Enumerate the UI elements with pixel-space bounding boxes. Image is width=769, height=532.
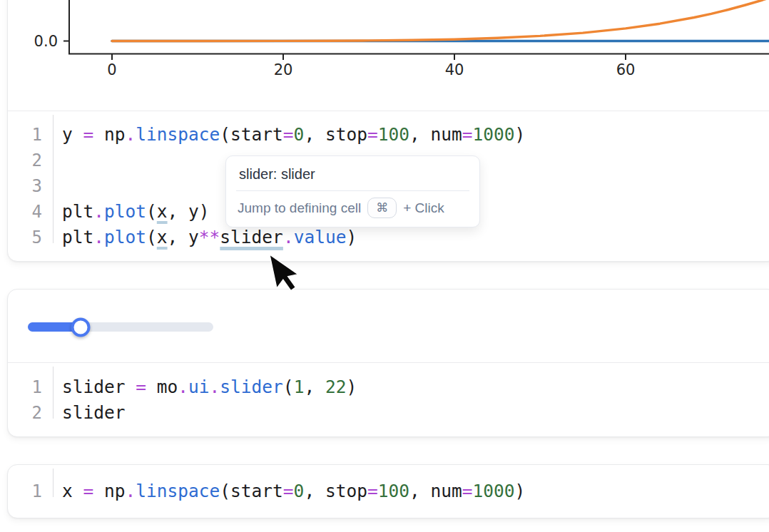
x-tick-label: 60 — [616, 61, 636, 78]
code-line[interactable]: 1y = np.linspace(start=0, stop=100, num=… — [8, 122, 769, 148]
code-text: plt.plot(x, y**slider.value) — [53, 225, 357, 250]
axis-spines — [69, 0, 769, 54]
line-number: 2 — [8, 400, 53, 426]
cell-output-slider — [8, 290, 769, 363]
code-text: slider — [53, 400, 126, 426]
code-text — [53, 173, 62, 199]
y-tick-label: 0.0 — [34, 33, 58, 50]
tooltip-divider — [236, 190, 469, 191]
slider-track[interactable] — [28, 322, 213, 332]
tooltip-title: slider: slider — [236, 164, 469, 190]
x-tick-label: 20 — [274, 61, 293, 78]
tooltip-click-hint: + Click — [403, 200, 444, 216]
x-tick-label: 40 — [445, 61, 464, 78]
matplotlib-figure: 0.00204060 — [7, 0, 769, 111]
code-editor[interactable]: 1slider = mo.ui.slider(1, 22)2slider — [8, 363, 769, 426]
plot-line — [112, 0, 769, 41]
variable-ref-hovered[interactable]: slider — [220, 227, 283, 247]
code-text: slider = mo.ui.slider(1, 22) — [53, 374, 357, 400]
line-number: 1 — [8, 374, 53, 400]
code-line[interactable]: 5plt.plot(x, y**slider.value) — [8, 225, 769, 250]
notebook-cell-slider: 1slider = mo.ui.slider(1, 22)2slider — [7, 289, 769, 437]
line-number: 3 — [8, 173, 53, 199]
code-text — [53, 148, 62, 173]
gutter-divider — [53, 469, 54, 497]
code-text: plt.plot(x, y) — [53, 199, 210, 225]
line-number: 2 — [8, 148, 53, 173]
code-text: x = np.linspace(start=0, stop=100, num=1… — [53, 479, 525, 504]
variable-ref[interactable]: x — [157, 201, 168, 222]
tooltip-action-label: Jump to defining cell — [238, 200, 361, 216]
line-number: 5 — [8, 225, 53, 250]
code-line[interactable]: 2slider — [8, 400, 769, 426]
variable-ref[interactable]: x — [157, 227, 168, 247]
notebook-cell-x: 1x = np.linspace(start=0, stop=100, num=… — [7, 464, 769, 518]
variable-tooltip: slider: slider Jump to defining cell ⌘ +… — [225, 155, 480, 227]
code-line[interactable]: 1slider = mo.ui.slider(1, 22) — [8, 374, 769, 400]
code-text: y = np.linspace(start=0, stop=100, num=1… — [53, 122, 525, 148]
mouse-cursor-icon — [263, 253, 305, 299]
cmd-key-badge: ⌘ — [367, 198, 397, 218]
slider-thumb[interactable] — [71, 317, 91, 337]
line-number: 1 — [8, 122, 53, 148]
gutter-divider — [53, 115, 54, 243]
line-number: 4 — [8, 199, 53, 225]
line-number: 1 — [8, 479, 53, 504]
cell-output-figure: 0.00204060 — [8, 0, 769, 111]
gutter-divider — [53, 367, 54, 419]
code-editor[interactable]: 1x = np.linspace(start=0, stop=100, num=… — [8, 465, 769, 504]
x-tick-label: 0 — [107, 61, 116, 78]
code-line[interactable]: 1x = np.linspace(start=0, stop=100, num=… — [8, 479, 769, 504]
